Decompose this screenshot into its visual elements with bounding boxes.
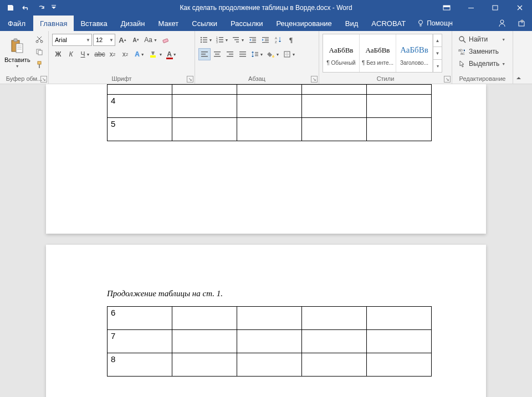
- table-cell[interactable]: [237, 353, 302, 377]
- table-cell[interactable]: [172, 353, 237, 377]
- table-cell[interactable]: [302, 95, 367, 118]
- show-marks-button[interactable]: ¶: [285, 34, 297, 46]
- share-button[interactable]: [512, 16, 532, 31]
- borders-button[interactable]: ▼: [282, 48, 297, 60]
- text-effects-button[interactable]: A▼: [132, 48, 147, 60]
- increase-indent-button[interactable]: [259, 34, 272, 46]
- table-cell[interactable]: 6: [108, 307, 172, 330]
- tab-layout[interactable]: Макет: [151, 16, 185, 31]
- undo-button[interactable]: [19, 1, 33, 14]
- font-name-combo[interactable]: Arial▼: [52, 34, 92, 46]
- table-cell[interactable]: [302, 353, 367, 377]
- maximize-button[interactable]: [483, 0, 508, 16]
- decrease-indent-button[interactable]: [247, 34, 259, 46]
- style-normal[interactable]: АаБбВв ¶ Обычный: [323, 34, 360, 72]
- styles-scroll-up[interactable]: ▲: [433, 34, 442, 47]
- table-cell[interactable]: 7: [108, 330, 172, 353]
- table-cell[interactable]: 4: [108, 95, 172, 118]
- align-left-button[interactable]: [198, 48, 211, 60]
- minimize-button[interactable]: [459, 0, 483, 16]
- cut-button[interactable]: [34, 34, 45, 45]
- clipboard-launcher[interactable]: ↘: [40, 76, 47, 83]
- underline-button[interactable]: Ч▼: [78, 48, 93, 60]
- copy-button[interactable]: [34, 47, 45, 58]
- table-cell[interactable]: [367, 353, 432, 377]
- tab-mailings[interactable]: Рассылки: [224, 16, 269, 31]
- table-cell[interactable]: [237, 95, 302, 118]
- font-color-button[interactable]: A▼: [164, 48, 180, 60]
- justify-button[interactable]: [237, 48, 249, 60]
- line-spacing-button[interactable]: ▼: [249, 48, 265, 60]
- bold-button[interactable]: Ж: [52, 48, 64, 60]
- sort-button[interactable]: AZ: [272, 34, 284, 46]
- grow-font-button[interactable]: A▴: [116, 34, 129, 46]
- redo-button[interactable]: [34, 1, 49, 14]
- continuation-caption[interactable]: Продолжение таблицы на ст. 1.: [107, 289, 486, 298]
- format-painter-button[interactable]: [34, 59, 45, 70]
- clear-formatting-button[interactable]: [160, 34, 172, 46]
- italic-button[interactable]: К: [65, 48, 77, 60]
- tab-file[interactable]: Файл: [0, 16, 33, 31]
- strikethrough-button[interactable]: abc: [94, 48, 106, 60]
- tab-home[interactable]: Главная: [33, 16, 74, 31]
- paragraph-launcher[interactable]: ↘: [311, 76, 318, 83]
- table-cell[interactable]: [172, 95, 237, 118]
- table-cell[interactable]: [302, 118, 367, 141]
- table-cell[interactable]: 5: [108, 118, 172, 141]
- table-cell[interactable]: 8: [108, 353, 172, 377]
- table-cell[interactable]: [302, 330, 367, 353]
- table-cell[interactable]: [172, 330, 237, 353]
- tab-design[interactable]: Дизайн: [114, 16, 152, 31]
- change-case-button[interactable]: Aa▼: [143, 34, 158, 46]
- shading-button[interactable]: ▼: [265, 48, 281, 60]
- document-table-2[interactable]: 6 7 8: [107, 306, 432, 377]
- numbering-button[interactable]: 123▼: [214, 34, 230, 46]
- highlight-button[interactable]: ▼: [148, 48, 163, 60]
- paste-button[interactable]: Вставить ▼: [2, 33, 33, 73]
- save-button[interactable]: [3, 1, 18, 14]
- tell-me-search[interactable]: Помощн: [412, 16, 457, 31]
- multilevel-list-button[interactable]: ▼: [231, 34, 246, 46]
- font-size-combo[interactable]: 12▼: [93, 34, 115, 46]
- replace-button[interactable]: abac Заменить: [456, 46, 508, 57]
- table-cell[interactable]: [237, 307, 302, 330]
- table-cell[interactable]: [367, 118, 432, 141]
- tab-view[interactable]: Вид: [339, 16, 365, 31]
- document-area[interactable]: 4 5 Продолжение таблицы на ст. 1. 6 7 8: [0, 84, 532, 397]
- qat-customize-button[interactable]: [50, 1, 58, 14]
- tab-acrobat[interactable]: ACROBAT: [365, 16, 412, 31]
- ribbon-collapse[interactable]: [513, 31, 524, 84]
- table-cell[interactable]: [237, 118, 302, 141]
- style-heading1[interactable]: АаБбВв Заголово...: [396, 34, 433, 72]
- tab-insert[interactable]: Вставка: [74, 16, 114, 31]
- tab-review[interactable]: Рецензирование: [269, 16, 338, 31]
- bullets-button[interactable]: ▼: [198, 34, 214, 46]
- styles-expand[interactable]: ▾: [433, 60, 442, 72]
- table-cell[interactable]: [172, 118, 237, 141]
- align-right-button[interactable]: [224, 48, 236, 60]
- table-cell[interactable]: [237, 330, 302, 353]
- styles-gallery[interactable]: АаБбВв ¶ Обычный АаБбВв ¶ Без инте... Аа…: [323, 34, 442, 73]
- font-launcher[interactable]: ↘: [187, 76, 193, 83]
- table-cell[interactable]: [172, 307, 237, 330]
- superscript-button[interactable]: x2: [119, 48, 131, 60]
- subscript-button[interactable]: x2: [106, 48, 119, 60]
- page-2[interactable]: Продолжение таблицы на ст. 1. 6 7 8: [46, 245, 486, 397]
- table-cell[interactable]: [367, 307, 432, 330]
- styles-scroll-down[interactable]: ▼: [433, 47, 442, 60]
- document-table-1[interactable]: 4 5: [107, 84, 432, 141]
- table-cell[interactable]: [367, 95, 432, 118]
- shrink-font-button[interactable]: A▾: [130, 34, 142, 46]
- page-1[interactable]: 4 5: [46, 84, 486, 234]
- table-cell[interactable]: [367, 330, 432, 353]
- account-button[interactable]: [492, 16, 512, 31]
- style-no-spacing[interactable]: АаБбВв ¶ Без инте...: [360, 34, 396, 72]
- styles-launcher[interactable]: ↘: [444, 76, 451, 83]
- tab-references[interactable]: Ссылки: [185, 16, 224, 31]
- find-button[interactable]: Найти ▼: [456, 34, 508, 45]
- ribbon-display-button[interactable]: [434, 0, 459, 16]
- align-center-button[interactable]: [211, 48, 223, 60]
- select-button[interactable]: Выделить ▼: [456, 58, 508, 69]
- table-cell[interactable]: [302, 307, 367, 330]
- close-button[interactable]: [508, 0, 532, 16]
